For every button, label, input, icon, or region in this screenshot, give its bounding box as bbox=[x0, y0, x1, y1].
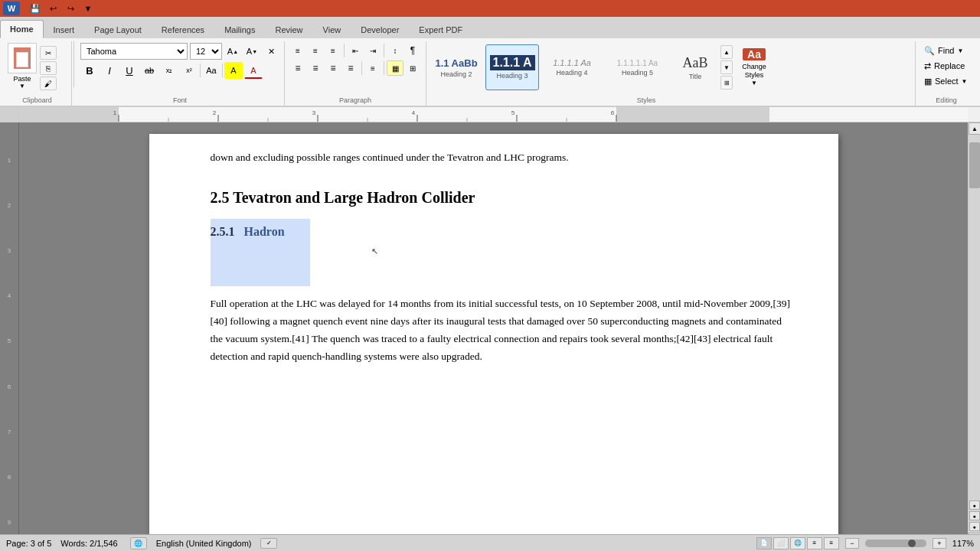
tab-view[interactable]: View bbox=[313, 20, 351, 38]
subscript-button[interactable]: x₂ bbox=[160, 62, 178, 79]
align-right-button[interactable]: ≡ bbox=[325, 60, 341, 76]
style-title-text: AaB bbox=[683, 55, 708, 71]
language-text: English (United Kingdom) bbox=[156, 539, 252, 548]
body-paragraph: Full operation at the LHC was delayed fo… bbox=[211, 295, 792, 366]
tab-review[interactable]: Review bbox=[265, 20, 312, 38]
next-page-button[interactable]: ● bbox=[969, 522, 980, 531]
tab-developer[interactable]: Developer bbox=[351, 20, 409, 38]
cut-button[interactable]: ✂ bbox=[40, 46, 57, 60]
tab-references[interactable]: References bbox=[152, 20, 214, 38]
zoom-slider[interactable] bbox=[865, 540, 926, 547]
clipboard-small-btns: ✂ ⎘ 🖌 bbox=[40, 43, 57, 90]
superscript-button[interactable]: x² bbox=[180, 62, 198, 79]
draft-view[interactable]: ≡ bbox=[824, 537, 839, 549]
tab-mailings[interactable]: Mailings bbox=[214, 20, 265, 38]
line-spacing-button[interactable]: ≡ bbox=[364, 60, 381, 76]
outline-view[interactable]: ≡ bbox=[807, 537, 822, 549]
styles-scroll-down[interactable]: ▼ bbox=[720, 60, 733, 74]
select-icon: ▦ bbox=[924, 77, 932, 86]
show-formatting-button[interactable]: ¶ bbox=[404, 43, 421, 58]
title-bar: W 💾 ↩ ↪ ▼ bbox=[0, 0, 980, 17]
full-screen-view[interactable]: ⬜ bbox=[773, 537, 789, 549]
sort-button[interactable]: ↕ bbox=[387, 43, 403, 58]
scroll-up-button[interactable]: ▲ bbox=[969, 122, 980, 135]
italic-button[interactable]: I bbox=[100, 62, 119, 79]
save-button[interactable]: 💾 bbox=[28, 1, 43, 16]
paragraph-group-label: Paragraph bbox=[339, 96, 371, 104]
change-case-button[interactable]: Aa bbox=[202, 62, 220, 79]
style-title[interactable]: AaB Title bbox=[672, 44, 718, 90]
multilevel-button[interactable]: ≡ bbox=[325, 43, 341, 58]
styles-scroll-arrows: ▲ ▼ ⊞ bbox=[720, 45, 733, 90]
replace-button[interactable]: ⇄ Replace bbox=[920, 58, 972, 73]
bold-button[interactable]: B bbox=[80, 62, 99, 79]
select-button[interactable]: ▦ Select ▼ bbox=[920, 73, 972, 89]
style-h2-text: 1.1 AaBb bbox=[435, 57, 477, 69]
svg-text:4: 4 bbox=[412, 109, 416, 116]
font-size-select[interactable]: 12 bbox=[190, 43, 222, 60]
document-scroll-area[interactable]: down and excluding possible ranges conti… bbox=[19, 122, 968, 545]
document-page: down and excluding possible ranges conti… bbox=[149, 134, 838, 545]
shading-button[interactable]: ▦ bbox=[387, 60, 403, 76]
clear-format-button[interactable]: ✕ bbox=[263, 43, 279, 60]
customize-button[interactable]: ▼ bbox=[80, 1, 96, 16]
align-left-button[interactable]: ≡ bbox=[289, 60, 306, 76]
tab-page-layout[interactable]: Page Layout bbox=[84, 20, 152, 38]
dec-indent-button[interactable]: ⇤ bbox=[347, 43, 364, 58]
style-heading-4[interactable]: 1.1.1.1 Aa Heading 4 bbox=[541, 44, 603, 90]
find-button[interactable]: 🔍 Find ▼ bbox=[920, 43, 972, 58]
ruler-mark-6: 6 bbox=[8, 364, 11, 409]
prev-page-button[interactable]: ● bbox=[969, 500, 980, 510]
paste-button[interactable]: Paste ▼ bbox=[8, 43, 37, 90]
clipboard-group-label: Clipboard bbox=[22, 96, 52, 104]
style-heading-3[interactable]: 1.1.1 A Heading 3 bbox=[485, 44, 539, 90]
zoom-in-button[interactable]: + bbox=[933, 538, 946, 549]
underline-button[interactable]: U bbox=[120, 62, 139, 79]
redo-button[interactable]: ↪ bbox=[63, 1, 78, 16]
justify-button[interactable]: ≡ bbox=[342, 60, 359, 76]
paragraph-group: ≡ ≡ ≡ ⇤ ⇥ ↕ ¶ ≡ ≡ ≡ ≡ ≡ ▦ ⊞ Parag bbox=[285, 41, 426, 106]
copy-button[interactable]: ⎘ bbox=[40, 61, 57, 75]
change-styles-label: ChangeStyles bbox=[742, 63, 766, 80]
tab-home[interactable]: Home bbox=[0, 20, 44, 38]
select-browse-button[interactable]: ● bbox=[969, 511, 980, 520]
zoom-out-button[interactable]: − bbox=[845, 538, 859, 549]
language-icon-text: 🌐 bbox=[134, 540, 142, 547]
decrease-font-size-button[interactable]: A▼ bbox=[243, 43, 260, 60]
increase-font-size-button[interactable]: A▲ bbox=[224, 43, 241, 60]
style-title-preview: AaB bbox=[683, 55, 708, 71]
tab-expert-pdf[interactable]: Expert PDF bbox=[409, 20, 472, 38]
change-styles-button[interactable]: Aa ChangeStyles ▼ bbox=[735, 44, 773, 90]
styles-scroll-up[interactable]: ▲ bbox=[720, 45, 733, 59]
highlight-button[interactable]: A bbox=[224, 62, 243, 79]
font-color-button[interactable]: A bbox=[244, 62, 263, 79]
align-center-button[interactable]: ≡ bbox=[307, 60, 324, 76]
page-info: Page: 3 of 5 bbox=[6, 539, 51, 548]
format-painter-button[interactable]: 🖌 bbox=[40, 77, 57, 90]
print-layout-view[interactable]: 📄 bbox=[756, 537, 772, 549]
style-h4-label: Heading 4 bbox=[556, 69, 587, 77]
style-heading-5[interactable]: 1.1.1.1.1 Aa Heading 5 bbox=[605, 44, 670, 90]
replace-icon: ⇄ bbox=[924, 61, 931, 71]
style-title-label: Title bbox=[689, 73, 702, 80]
right-scrollbar[interactable]: ▲ ● ● ● ▼ bbox=[968, 122, 980, 545]
style-heading-2[interactable]: 1.1 AaBb Heading 2 bbox=[430, 44, 483, 90]
tab-insert[interactable]: Insert bbox=[44, 20, 85, 38]
numbering-button[interactable]: ≡ bbox=[307, 43, 324, 58]
track-changes-text: ✓ bbox=[266, 540, 272, 546]
view-buttons: 📄 ⬜ 🌐 ≡ ≡ bbox=[756, 537, 839, 549]
borders-button[interactable]: ⊞ bbox=[404, 60, 421, 76]
bullets-button[interactable]: ≡ bbox=[289, 43, 306, 58]
editing-group: 🔍 Find ▼ ⇄ Replace ▦ Select ▼ Editing bbox=[916, 41, 977, 106]
left-ruler: 1 2 3 4 5 6 7 8 9 bbox=[0, 122, 19, 545]
strikethrough-button[interactable]: ab bbox=[140, 62, 158, 79]
web-layout-view[interactable]: 🌐 bbox=[790, 537, 805, 549]
style-h5-text: 1.1.1.1.1 Aa bbox=[617, 59, 658, 67]
ruler-mark-5: 5 bbox=[8, 318, 11, 364]
font-family-select[interactable]: Tahoma bbox=[80, 43, 188, 60]
find-arrow: ▼ bbox=[957, 47, 963, 54]
undo-button[interactable]: ↩ bbox=[45, 1, 60, 16]
inc-indent-button[interactable]: ⇥ bbox=[364, 43, 381, 58]
styles-expand[interactable]: ⊞ bbox=[720, 76, 733, 90]
scroll-thumb[interactable] bbox=[969, 142, 980, 188]
